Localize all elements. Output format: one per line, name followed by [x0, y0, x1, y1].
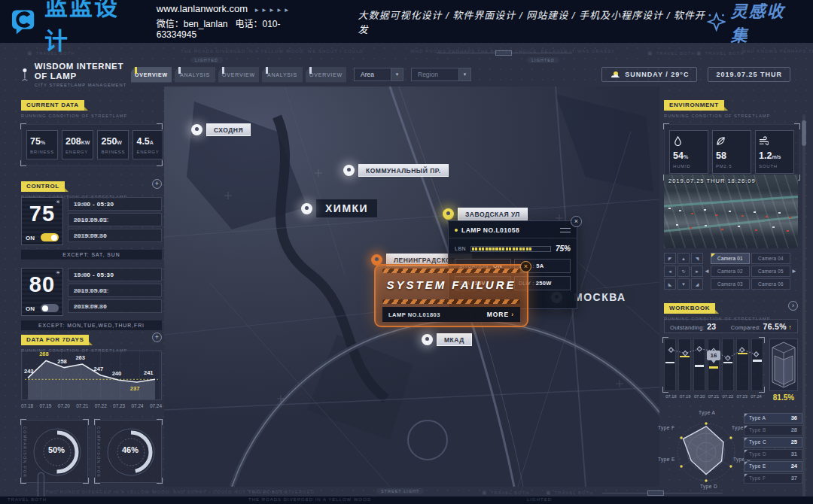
- camera-02-button[interactable]: Camera 02: [711, 266, 750, 277]
- rotate-button[interactable]: ↻: [678, 266, 690, 277]
- pan-right-button[interactable]: ►: [691, 266, 703, 277]
- map-place-khimki[interactable]: ХИМКИ: [301, 199, 377, 217]
- plus-icon[interactable]: +: [152, 332, 162, 342]
- week-x-label: 07.22: [95, 403, 107, 408]
- workbook-total: 81.5%: [769, 393, 798, 402]
- workbook-x-label: 07.20: [693, 394, 707, 399]
- tab-overview-1[interactable]: OVERVIEW: [131, 67, 172, 83]
- pan-down-right-button[interactable]: ◢: [691, 278, 703, 290]
- week-point-value: 241: [144, 369, 154, 376]
- pan-down-left-button[interactable]: ◣: [664, 278, 676, 290]
- camera-06-button[interactable]: Camera 06: [751, 278, 790, 290]
- pan-down-button[interactable]: ▼: [678, 278, 690, 290]
- website-link[interactable]: www.lanlanwork.com: [157, 3, 248, 14]
- start-date-row: START DATE2019.05.01: [68, 284, 162, 297]
- type-c-row[interactable]: Type C25: [744, 437, 802, 448]
- power-toggle[interactable]: [41, 304, 59, 312]
- lamp-pin-icon[interactable]: [191, 124, 202, 135]
- control-panel: CONTROL RUNNING CONDITION OF STREETLAMP …: [21, 178, 162, 332]
- lamp-pin-icon[interactable]: [422, 334, 433, 345]
- camera-03-button[interactable]: Camera 03: [711, 278, 750, 290]
- alert-lamp-id: LAMP NO.L01803: [388, 311, 440, 318]
- map-scrollbar[interactable]: [802, 114, 805, 498]
- decor-text: TRAVEL BOTH: [482, 490, 530, 496]
- dashboard: TRAVEL BOTH THE ROADS DIVERGED IN A YELL…: [0, 43, 813, 504]
- week-point-value: 247: [94, 366, 104, 372]
- tab-overview-2[interactable]: OVERVIEW: [218, 67, 259, 83]
- area-dropdown[interactable]: Area ▼: [354, 68, 403, 81]
- droplet-icon: [673, 136, 683, 146]
- decor-slider[interactable]: [437, 53, 572, 53]
- panel-subtitle: RUNNING CONDITION OF STREETLAMP: [21, 114, 162, 118]
- comparison-gauge-2: COMPARISON FOR 46%: [95, 420, 162, 483]
- chevron-down-icon[interactable]: ▼: [458, 68, 470, 80]
- gauge-value: 50%: [41, 445, 72, 454]
- close-icon[interactable]: ×: [571, 216, 582, 227]
- camera-05-button[interactable]: Camera 05: [751, 266, 790, 277]
- power-toggle[interactable]: [41, 233, 59, 241]
- pan-up-button[interactable]: ▲: [678, 253, 690, 264]
- type-b-row[interactable]: Type B28: [744, 425, 802, 436]
- end-date-row: END DATE2019.09.30: [68, 229, 162, 242]
- current-data-stats: 75% BRINESS 208KW ENERGY 250W BRINESS 4.…: [21, 124, 162, 165]
- decor-slider[interactable]: [602, 493, 723, 493]
- chevron-down-icon[interactable]: ▼: [391, 68, 403, 80]
- decor-text: TWO ROADS DIVERGED: [248, 490, 315, 494]
- week-x-axis: 07.1807.1907.2007.2107.2207.2307.2407.24: [21, 403, 162, 408]
- more-button[interactable]: MORE›: [487, 311, 514, 318]
- camera-prev-icon[interactable]: ◄: [703, 268, 711, 275]
- date-text: 2019.07.25 THUR: [716, 71, 782, 78]
- decor-badge: STREET LIGHT: [376, 488, 424, 494]
- brightness-box: ☀ 75 ON: [21, 197, 63, 245]
- tab-overview-3[interactable]: OVERVIEW: [306, 67, 346, 83]
- camera-feed[interactable]: 2019.07.25 THUR 18:26:09: [664, 175, 798, 248]
- type-f-row[interactable]: Type F37: [744, 473, 802, 484]
- tab-analysis-1[interactable]: ANALYSIS: [175, 67, 215, 83]
- lamp-pin-icon[interactable]: [443, 208, 454, 220]
- pan-left-button[interactable]: ◄: [664, 266, 676, 277]
- workbook-x-label: 07.18: [664, 394, 678, 399]
- lbn-progress-bar: [470, 246, 551, 252]
- alert-title: SYSTEM FAILURE: [376, 278, 527, 291]
- wind-icon: [759, 136, 769, 146]
- map-place-kommunalny[interactable]: КОММУНАЛЬНЫЙ ПР.: [343, 164, 449, 177]
- map-place-mkad[interactable]: МКАД: [422, 333, 472, 346]
- plus-icon[interactable]: +: [152, 179, 162, 189]
- map-place-zavodskaya[interactable]: ЗАВОДСКАЯ УЛ: [443, 208, 528, 220]
- map-place-shodnya[interactable]: СХОДНЯ: [191, 123, 251, 136]
- weather-text: SUNNDAY / 29°C: [625, 71, 689, 78]
- close-icon[interactable]: ×: [520, 261, 531, 272]
- workbook-cube: [769, 339, 798, 391]
- pan-up-right-button[interactable]: ◥: [691, 253, 703, 264]
- streetlamp-icon: [21, 65, 29, 84]
- sliders-icon[interactable]: [560, 227, 571, 234]
- date-box: 2019.07.25 THUR: [708, 67, 790, 82]
- logo-text: 蓝蓝设计: [44, 0, 142, 56]
- camera-next-icon[interactable]: ►: [790, 268, 798, 275]
- lamp-pin-icon[interactable]: [343, 165, 355, 176]
- workbook-x-label: 07.24: [749, 394, 763, 399]
- decor-text: TRAVEL BOTH: [696, 50, 744, 56]
- gauge-value: 46%: [115, 445, 145, 454]
- week-x-label: 07.19: [39, 403, 51, 408]
- lbn-label: LBN: [455, 246, 466, 251]
- type-e-row[interactable]: Type E24: [744, 461, 802, 472]
- region-dropdown[interactable]: Region ▼: [411, 68, 471, 81]
- page-title: WISDOM INTERNET OF LAMP: [35, 62, 128, 80]
- tab-analysis-2[interactable]: ANALYSIS: [262, 67, 303, 83]
- state-label: ON: [26, 305, 35, 312]
- pan-up-left-button[interactable]: ◤: [664, 253, 676, 264]
- week-x-label: 07.20: [58, 403, 70, 408]
- lamp-pin-icon[interactable]: [301, 203, 312, 214]
- chevron-right-icon[interactable]: ›: [788, 301, 798, 311]
- camera-01-button[interactable]: Camera 01: [711, 253, 750, 264]
- city-map[interactable]: СХОДНЯ КОММУНАЛЬНЫЙ ПР. ХИМКИ ЗАВОДСКАЯ …: [164, 87, 659, 487]
- camera-04-button[interactable]: Camera 04: [751, 253, 790, 264]
- services-text: 大数据可视化设计 / 软件界面设计 / 网站建设 / 手机及小程序设计 / 软件…: [358, 8, 708, 36]
- collection-link[interactable]: 灵感收集: [707, 0, 801, 46]
- humidity-card: 54% HUMID: [669, 130, 708, 174]
- lamp-id: LAMP NO.L01058: [461, 226, 519, 234]
- type-a-row[interactable]: Type A36: [744, 413, 802, 424]
- type-d-row[interactable]: Type D31: [744, 449, 802, 460]
- except-bar: EXCEPT: MON,TUE,WED,THUR,FRI: [21, 320, 162, 330]
